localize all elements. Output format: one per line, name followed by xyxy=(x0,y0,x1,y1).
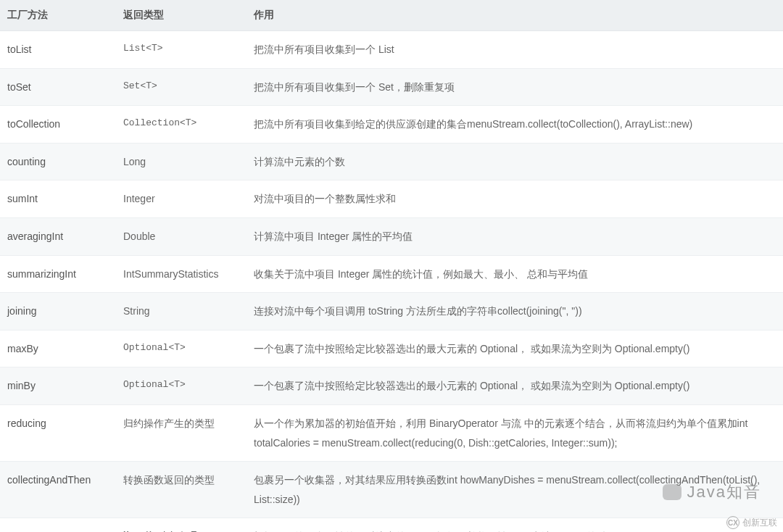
factory-method-cell: minBy xyxy=(0,367,116,405)
table-row: minByOptional<T>一个包裹了流中按照给定比较器选出的最小元素的 O… xyxy=(0,367,783,405)
function-cell: 把流中所有项目收集到一个 List xyxy=(246,31,783,69)
return-type-cell: Collection<T> xyxy=(116,106,246,144)
return-type-cell: Double xyxy=(116,217,246,255)
return-type-cell: Set<T> xyxy=(116,68,246,106)
return-type-cell: Optional<T> xyxy=(116,330,246,367)
return-type-cell: 归约操作产生的类型 xyxy=(116,404,246,461)
return-type-cell: Optional<T> xyxy=(116,367,246,405)
table-row: maxByOptional<T>一个包裹了流中按照给定比较器选出的最大元素的 O… xyxy=(0,330,783,367)
function-cell: 把流中所有项目收集到一个 Set，删除重复项 xyxy=(246,68,783,106)
table-row: toCollectionCollection<T>把流中所有项目收集到给定的供应… xyxy=(0,106,783,144)
collectors-table: 工厂方法 返回类型 作用 toListList<T>把流中所有项目收集到一个 L… xyxy=(0,0,783,532)
return-type-cell: IntSummaryStatistics xyxy=(116,255,246,293)
return-type-cell: String xyxy=(116,293,246,331)
function-cell: 一个包裹了流中按照给定比较器选出的最大元素的 Optional， 或如果流为空则… xyxy=(246,330,783,367)
factory-method-cell: toList xyxy=(0,31,116,69)
header-return-type: 返回类型 xyxy=(116,0,246,31)
function-cell: 计算流中项目 Integer 属性的平均值 xyxy=(246,217,783,255)
factory-method-cell: toCollection xyxy=(0,106,116,144)
return-type-cell: Map<K, List<T>> xyxy=(116,518,246,532)
function-cell: 从一个作为累加器的初始值开始，利用 BinaryOperator 与流 中的元素… xyxy=(246,404,783,461)
table-row: countingLong计算流中元素的个数 xyxy=(0,143,783,180)
factory-method-cell: collectingAndThen xyxy=(0,462,116,518)
table-row: groupingByMap<K, List<T>>根据项目的一个属性的值对流中的… xyxy=(0,518,783,532)
table-row: joiningString连接对流中每个项目调用 toString 方法所生成的… xyxy=(0,293,783,331)
table-row: summarizingIntIntSummaryStatistics收集关于流中… xyxy=(0,255,783,293)
table-header-row: 工厂方法 返回类型 作用 xyxy=(0,0,783,31)
factory-method-cell: averagingInt xyxy=(0,217,116,255)
table-row: collectingAndThen转换函数返回的类型包裹另一个收集器，对其结果应… xyxy=(0,462,783,518)
factory-method-cell: counting xyxy=(0,143,116,180)
factory-method-cell: sumInt xyxy=(0,180,116,218)
return-type-cell: Long xyxy=(116,143,246,180)
return-type-cell: List<T> xyxy=(116,31,246,69)
header-factory-method: 工厂方法 xyxy=(0,0,116,31)
factory-method-cell: reducing xyxy=(0,404,116,461)
return-type-cell: 转换函数返回的类型 xyxy=(116,462,246,518)
factory-method-cell: maxBy xyxy=(0,330,116,367)
return-type-cell: Integer xyxy=(116,180,246,218)
table-row: toSetSet<T>把流中所有项目收集到一个 Set，删除重复项 xyxy=(0,68,783,106)
factory-method-cell: groupingBy xyxy=(0,518,116,532)
header-function: 作用 xyxy=(246,0,783,31)
table-row: averagingIntDouble计算流中项目 Integer 属性的平均值 xyxy=(0,217,783,255)
table-row: reducing归约操作产生的类型从一个作为累加器的初始值开始，利用 Binar… xyxy=(0,404,783,461)
function-cell: 计算流中元素的个数 xyxy=(246,143,783,180)
function-cell: 连接对流中每个项目调用 toString 方法所生成的字符串collect(jo… xyxy=(246,293,783,331)
table-row: toListList<T>把流中所有项目收集到一个 List xyxy=(0,31,783,69)
function-cell: 一个包裹了流中按照给定比较器选出的最小元素的 Optional， 或如果流为空则… xyxy=(246,367,783,405)
function-cell: 对流中项目的一个整数属性求和 xyxy=(246,180,783,218)
function-cell: 包裹另一个收集器，对其结果应用转换函数int howManyDishes = m… xyxy=(246,462,783,518)
factory-method-cell: joining xyxy=(0,293,116,331)
table-row: sumIntInteger对流中项目的一个整数属性求和 xyxy=(0,180,783,218)
function-cell: 把流中所有项目收集到给定的供应源创建的集合menuStream.collect(… xyxy=(246,106,783,144)
factory-method-cell: toSet xyxy=(0,68,116,106)
function-cell: 收集关于流中项目 Integer 属性的统计值，例如最大、最小、 总和与平均值 xyxy=(246,255,783,293)
factory-method-cell: summarizingInt xyxy=(0,255,116,293)
function-cell: 根据项目的一个属性的值对流中的项目作问组，并将属性值作 为结果 Map 的键 xyxy=(246,518,783,532)
